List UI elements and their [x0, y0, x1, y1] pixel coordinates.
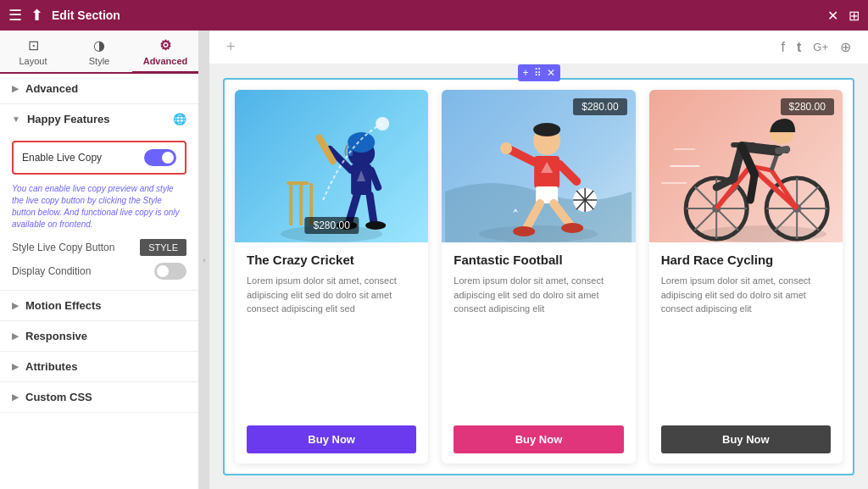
- svg-point-30: [513, 226, 535, 236]
- svg-point-13: [376, 117, 389, 131]
- facebook-icon[interactable]: f: [782, 40, 785, 55]
- content-area: + f t G+ ⊕ + ⠿ ✕: [209, 31, 868, 489]
- card-football: $280.00 Fantastic Football Lorem ipsum d…: [442, 90, 635, 464]
- cards-toolbar: + ⠿ ✕: [517, 64, 559, 81]
- advanced-icon: ⚙: [159, 37, 171, 53]
- svg-rect-5: [297, 181, 309, 185]
- attributes-arrow-icon: ▶: [12, 362, 19, 371]
- card-cricket-buy-button[interactable]: Buy Now: [247, 425, 416, 453]
- top-bar-actions: ✕ ⊞: [827, 8, 860, 24]
- svg-line-15: [370, 195, 374, 224]
- add-section-button[interactable]: +: [226, 38, 236, 56]
- tab-layout-label: Layout: [19, 56, 47, 66]
- section-motion-effects: ▶ Motion Effects: [0, 291, 198, 321]
- svg-point-17: [365, 221, 386, 230]
- display-condition-row: Display Condition: [12, 263, 186, 280]
- section-advanced: ▶ Advanced: [0, 74, 198, 104]
- card-cycling-desc: Lorem ipsum dolor sit amet, consect adip…: [661, 274, 831, 417]
- display-condition-label: Display Condition: [12, 265, 91, 277]
- football-price-badge: $280.00: [573, 98, 626, 115]
- card-cricket-title: The Crazy Cricket: [247, 253, 416, 267]
- page-title: Edit Section: [52, 8, 819, 22]
- card-football-image: $280.00: [442, 90, 635, 242]
- tab-layout[interactable]: ⊡ Layout: [0, 31, 66, 74]
- card-football-body: Fantastic Football Lorem ipsum dolor sit…: [442, 242, 635, 464]
- section-motion-effects-header[interactable]: ▶ Motion Effects: [0, 291, 198, 320]
- card-cricket-desc: Lorem ipsum dolor sit amet, consect adip…: [247, 274, 416, 417]
- section-attributes-header[interactable]: ▶ Attributes: [0, 352, 198, 381]
- cards-wrapper: + ⠿ ✕: [209, 64, 868, 489]
- enable-live-copy-toggle[interactable]: [144, 149, 176, 166]
- grid-icon[interactable]: ⊞: [849, 8, 860, 24]
- card-cycling-image: $280.00: [649, 90, 843, 242]
- card-cycling-body: Hard Race Cycling Lorem ipsum dolor sit …: [649, 242, 843, 464]
- custom-css-arrow-icon: ▶: [12, 392, 19, 402]
- cards-move-icon[interactable]: ⠿: [534, 67, 542, 79]
- content-top-bar: + f t G+ ⊕: [209, 31, 868, 64]
- live-copy-info-text: You can enable live copy preview and sty…: [12, 183, 186, 231]
- svg-line-61: [750, 175, 754, 200]
- section-custom-css: ▶ Custom CSS: [0, 382, 198, 413]
- googleplus-icon[interactable]: G+: [813, 41, 828, 53]
- section-responsive-header[interactable]: ▶ Responsive: [0, 321, 198, 351]
- section-attributes: ▶ Attributes: [0, 352, 198, 382]
- section-happy-features-header[interactable]: ▼ Happy Features 🌐: [0, 104, 198, 134]
- top-bar: ☰ ⬆ Edit Section ✕ ⊞: [0, 0, 868, 31]
- cricket-price-badge: $280.00: [304, 217, 358, 234]
- sidebar-collapse-handle[interactable]: ‹: [199, 31, 209, 489]
- up-arrow-icon[interactable]: ⬆: [31, 6, 43, 25]
- svg-point-26: [500, 142, 512, 154]
- card-football-desc: Lorem ipsum dolor sit amet, consect adip…: [453, 274, 623, 417]
- cards-grid: $280.00 The Crazy Cricket Lorem ipsum do…: [235, 90, 843, 464]
- svg-rect-1: [289, 183, 292, 225]
- section-advanced-header[interactable]: ▶ Advanced: [0, 74, 198, 103]
- tab-style[interactable]: ◑ Style: [66, 31, 132, 74]
- style-live-copy-label: Style Live Copy Button: [12, 242, 114, 253]
- social-icons: f t G+ ⊕: [782, 39, 852, 55]
- enable-live-copy-row: Enable Live Copy: [12, 141, 186, 175]
- svg-line-25: [509, 149, 534, 162]
- style-live-copy-button[interactable]: STYLE: [140, 239, 186, 256]
- twitter-icon[interactable]: t: [797, 40, 801, 55]
- section-responsive-label: Responsive: [25, 330, 87, 342]
- section-attributes-label: Attributes: [25, 360, 77, 373]
- advanced-arrow-icon: ▶: [12, 84, 19, 93]
- svg-rect-4: [287, 181, 298, 185]
- section-advanced-label: Advanced: [25, 82, 78, 95]
- display-condition-toggle[interactable]: [154, 263, 186, 280]
- cards-add-icon[interactable]: +: [522, 67, 528, 79]
- tab-advanced[interactable]: ⚙ Advanced: [132, 31, 198, 74]
- enable-live-copy-label: Enable Live Copy: [22, 152, 102, 164]
- tab-advanced-label: Advanced: [143, 56, 188, 66]
- main-layout: ⊡ Layout ◑ Style ⚙ Advanced ▶ Advanced: [0, 31, 868, 489]
- close-icon[interactable]: ✕: [827, 8, 838, 24]
- card-football-title: Fantastic Football: [453, 253, 623, 267]
- section-responsive: ▶ Responsive: [0, 321, 198, 352]
- section-happy-features-label: Happy Features: [27, 113, 110, 125]
- sidebar-wrapper: ⊡ Layout ◑ Style ⚙ Advanced ▶ Advanced: [0, 31, 209, 489]
- svg-line-27: [559, 164, 576, 181]
- card-cycling-title: Hard Race Cycling: [661, 253, 831, 267]
- style-icon: ◑: [93, 37, 105, 53]
- svg-line-11: [371, 170, 378, 187]
- card-cricket-image: $280.00: [235, 90, 428, 242]
- card-cricket: $280.00 The Crazy Cricket Lorem ipsum do…: [235, 90, 428, 464]
- motion-effects-arrow-icon: ▶: [12, 301, 19, 310]
- menu-icon[interactable]: ☰: [8, 6, 22, 25]
- sidebar: ⊡ Layout ◑ Style ⚙ Advanced ▶ Advanced: [0, 31, 199, 489]
- responsive-arrow-icon: ▶: [12, 331, 19, 341]
- section-happy-features: ▼ Happy Features 🌐 Enable Live Copy You …: [0, 104, 198, 291]
- section-custom-css-header[interactable]: ▶ Custom CSS: [0, 382, 198, 412]
- happy-features-badge: 🌐: [173, 113, 186, 125]
- cards-close-icon[interactable]: ✕: [547, 67, 555, 79]
- card-football-buy-button[interactable]: Buy Now: [453, 425, 623, 453]
- layout-icon: ⊡: [28, 37, 39, 53]
- dribbble-icon[interactable]: ⊕: [840, 39, 851, 55]
- cycling-price-badge: $280.00: [781, 98, 834, 115]
- svg-point-21: [533, 123, 560, 136]
- cards-container: + ⠿ ✕: [223, 78, 854, 475]
- tab-style-label: Style: [89, 56, 109, 66]
- svg-point-31: [561, 223, 583, 233]
- card-cycling-buy-button[interactable]: Buy Now: [661, 425, 831, 453]
- svg-line-57: [778, 149, 787, 151]
